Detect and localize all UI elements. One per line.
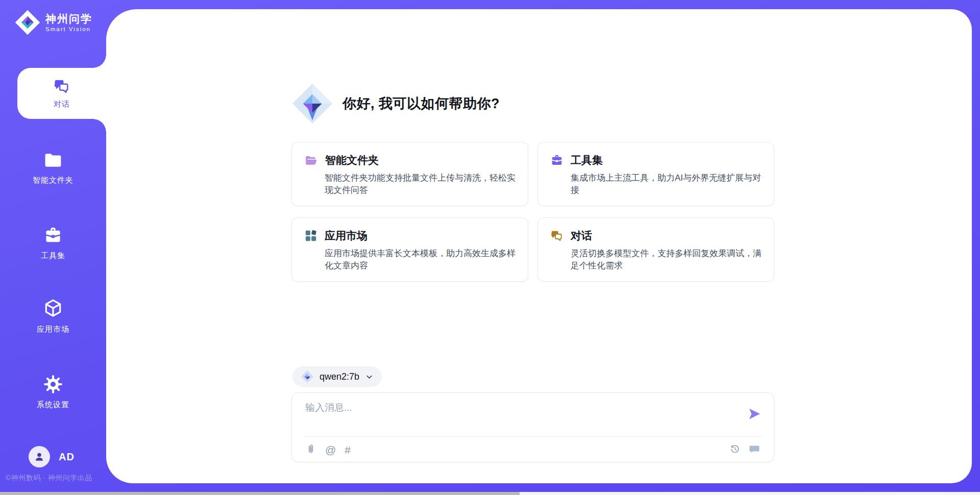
sidebar-item-label: 工具集 <box>41 251 65 261</box>
sidebar-item-label: 智能文件夹 <box>33 176 74 185</box>
avatar <box>29 446 50 467</box>
toolbox-icon <box>43 226 63 245</box>
send-icon[interactable] <box>747 407 762 421</box>
hashtag-icon[interactable]: # <box>345 444 351 455</box>
feature-cards: 智能文件夹 智能文件夹功能支持批量文件上传与清洗，轻松实现文件问答 工具集 <box>291 142 774 282</box>
card-title: 应用市场 <box>325 229 368 243</box>
greeting-block: 你好, 我可以如何帮助你? <box>291 83 500 125</box>
folder-icon <box>43 151 63 169</box>
chat-icon <box>550 229 564 242</box>
card-title: 工具集 <box>571 153 603 167</box>
sidebar-item-chat[interactable]: 对话 <box>17 68 106 119</box>
model-diamond-icon <box>301 370 314 383</box>
card-chat[interactable]: 对话 灵活切换多模型文件，支持多样回复效果调试，满足个性化需求 <box>537 217 774 282</box>
assistant-diamond-icon <box>291 83 333 125</box>
card-smart-folder[interactable]: 智能文件夹 智能文件夹功能支持批量文件上传与清洗，轻松实现文件问答 <box>291 142 528 206</box>
model-name: qwen2:7b <box>320 372 359 382</box>
user-profile[interactable]: AD <box>29 446 75 467</box>
model-selector[interactable]: qwen2:7b <box>292 366 382 387</box>
chat-icon <box>53 78 70 95</box>
brand-logo-block: 神州问学 Smart Vision <box>14 9 92 36</box>
card-description: 应用市场提供丰富长文本模板，助力高效生成多样化文章内容 <box>325 247 516 272</box>
card-description: 灵活切换多模型文件，支持多样回复效果调试，满足个性化需求 <box>571 247 762 272</box>
sidebar-item-smart-folder[interactable]: 智能文件夹 <box>0 151 106 185</box>
composer-divider <box>304 436 762 437</box>
brand-diamond-icon <box>14 9 41 36</box>
folder-open-icon <box>304 154 318 166</box>
scrollbar-thumb[interactable] <box>0 492 520 495</box>
message-composer: @ # <box>291 392 774 462</box>
sidebar-item-settings[interactable]: 系统设置 <box>0 375 106 410</box>
copyright-text: ©神州数码 · 神州问学出品 <box>6 474 108 483</box>
grid-icon <box>304 229 317 242</box>
user-initials: AD <box>59 451 75 463</box>
card-title: 对话 <box>571 229 592 243</box>
card-title: 智能文件夹 <box>325 153 379 167</box>
sidebar-item-app-market[interactable]: 应用市场 <box>0 298 106 334</box>
sidebar-item-label: 对话 <box>54 100 70 109</box>
card-toolset[interactable]: 工具集 集成市场上主流工具，助力AI与外界无缝扩展与对接 <box>537 142 774 206</box>
message-input[interactable] <box>305 401 734 430</box>
toolbox-icon <box>550 154 564 167</box>
cube-icon <box>43 298 63 318</box>
attachment-icon[interactable] <box>305 444 316 455</box>
card-description: 智能文件夹功能支持批量文件上传与清洗，轻松实现文件问答 <box>325 172 516 196</box>
main-content-panel: 你好, 我可以如何帮助你? 智能文件夹 智能文件夹功能支持批量文件上传与清洗，轻… <box>106 9 972 483</box>
card-description: 集成市场上主流工具，助力AI与外界无缝扩展与对接 <box>571 172 762 196</box>
chat-bubble-icon[interactable] <box>748 443 761 455</box>
brand-name: 神州问学 <box>45 13 92 24</box>
chevron-down-icon <box>365 373 374 381</box>
sidebar-item-toolset[interactable]: 工具集 <box>0 226 106 261</box>
greeting-title: 你好, 我可以如何帮助你? <box>342 94 500 113</box>
card-app-market[interactable]: 应用市场 应用市场提供丰富长文本模板，助力高效生成多样化文章内容 <box>291 217 528 282</box>
horizontal-scrollbar[interactable] <box>0 492 980 495</box>
brand-subtitle: Smart Vision <box>45 26 92 32</box>
sidebar-item-label: 系统设置 <box>37 400 69 410</box>
history-icon[interactable] <box>729 443 741 455</box>
gear-icon <box>43 375 63 394</box>
sidebar-item-label: 应用市场 <box>37 325 69 334</box>
mention-icon[interactable]: @ <box>325 444 336 455</box>
